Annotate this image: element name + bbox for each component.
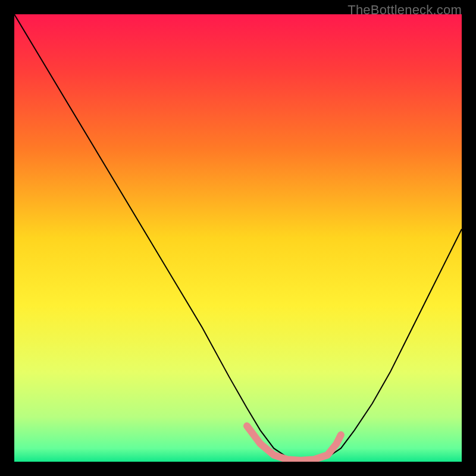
watermark-text: TheBottleneck.com: [347, 2, 462, 18]
chart-background: [14, 14, 462, 462]
chart-plot-area: [14, 14, 462, 462]
bottleneck-chart: [14, 14, 462, 462]
